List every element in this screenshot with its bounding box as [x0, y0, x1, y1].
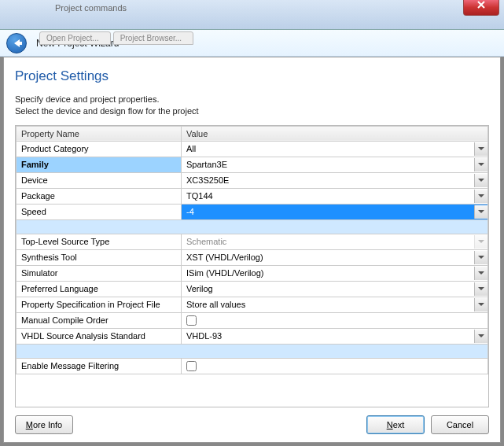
col-value[interactable]: Value — [182, 126, 488, 141]
page-title: Project Settings — [15, 68, 489, 84]
combobox-value: Schematic — [182, 235, 474, 248]
property-value-cell[interactable]: Schematic — [182, 234, 488, 249]
property-name-cell[interactable]: Family — [17, 157, 182, 172]
close-icon — [476, 0, 486, 9]
value-combobox[interactable]: TQ144 — [182, 189, 487, 204]
table-row — [17, 344, 488, 358]
back-button[interactable] — [6, 33, 27, 53]
next-rest: ext — [393, 420, 405, 429]
property-value-cell[interactable] — [182, 312, 488, 328]
property-value-cell[interactable] — [182, 358, 488, 374]
chevron-down-icon[interactable] — [474, 330, 487, 343]
property-value-cell[interactable]: XST (VHDL/Verilog) — [182, 249, 488, 265]
subtitle-line: Select the device and design flow for th… — [15, 106, 199, 116]
page-subtitle: Specify device and project properties. S… — [15, 94, 489, 117]
table-row: Speed-4 — [17, 204, 488, 219]
chevron-down-icon — [474, 235, 487, 249]
more-info-button[interactable]: More Info — [15, 415, 73, 434]
ghost-tab: Open Project... — [39, 31, 111, 45]
property-name-cell[interactable]: Synthesis Tool — [17, 249, 182, 265]
wizard-header: Open Project... Project Browser... New P… — [0, 30, 504, 57]
property-value-cell[interactable]: TQ144 — [182, 188, 488, 204]
value-combobox[interactable]: VHDL-93 — [182, 329, 487, 344]
property-name-cell[interactable]: Speed — [17, 204, 182, 219]
property-value-cell[interactable]: Store all values — [182, 297, 488, 312]
value-combobox[interactable]: Spartan3E — [182, 157, 487, 172]
property-name-cell[interactable]: Product Category — [17, 141, 182, 157]
property-name-cell[interactable]: Simulator — [17, 265, 182, 281]
table-row: FamilySpartan3E — [17, 157, 488, 172]
value-combobox: Schematic — [182, 234, 487, 249]
property-name-cell[interactable]: Device — [17, 172, 182, 188]
ghost-menu: Project commands — [55, 3, 127, 13]
window-close-button[interactable] — [463, 0, 499, 16]
chevron-down-icon[interactable] — [474, 205, 487, 219]
combobox-value: XST (VHDL/Verilog) — [182, 251, 474, 264]
value-combobox[interactable]: XST (VHDL/Verilog) — [182, 250, 487, 265]
cancel-button[interactable]: Cancel — [431, 415, 489, 434]
value-combobox[interactable]: All — [182, 142, 487, 157]
property-value-cell[interactable]: Spartan3E — [182, 157, 488, 172]
property-name-cell[interactable]: VHDL Source Analysis Standard — [17, 328, 182, 344]
combobox-value: Spartan3E — [182, 158, 474, 171]
subtitle-line: Specify device and project properties. — [15, 94, 159, 104]
property-name-cell[interactable]: Top-Level Source Type — [17, 234, 182, 249]
table-row: Enable Message Filtering — [17, 358, 488, 374]
table-row: VHDL Source Analysis StandardVHDL-93 — [17, 328, 488, 344]
combobox-value: Store all values — [182, 298, 474, 311]
table-row: Synthesis ToolXST (VHDL/Verilog) — [17, 249, 488, 265]
properties-table: Property Name Value Product CategoryAllF… — [16, 126, 488, 374]
table-row: Top-Level Source TypeSchematic — [17, 234, 488, 249]
value-checkbox[interactable] — [186, 361, 197, 371]
chevron-down-icon[interactable] — [474, 282, 487, 296]
group-separator — [17, 344, 488, 358]
value-combobox[interactable]: ISim (VHDL/Verilog) — [182, 266, 487, 281]
chevron-down-icon[interactable] — [474, 158, 487, 171]
checkbox-cell — [182, 359, 487, 373]
value-combobox[interactable]: Verilog — [182, 282, 487, 297]
ghost-tab: Project Browser... — [113, 31, 193, 45]
wizard-page: Project Settings Specify device and proj… — [3, 57, 501, 443]
next-button[interactable]: Next — [366, 415, 425, 434]
property-value-cell[interactable]: Verilog — [182, 281, 488, 297]
property-value-cell[interactable]: XC3S250E — [182, 172, 488, 188]
more-info-rest: ore Info — [33, 420, 62, 429]
group-separator — [17, 219, 488, 234]
table-row: Product CategoryAll — [17, 141, 488, 157]
next-mnemonic: N — [387, 420, 393, 429]
combobox-value: All — [182, 142, 474, 155]
combobox-value: Verilog — [182, 282, 474, 295]
table-row: SimulatorISim (VHDL/Verilog) — [17, 265, 488, 281]
more-info-mnemonic: M — [26, 420, 33, 429]
property-value-cell[interactable]: ISim (VHDL/Verilog) — [182, 265, 488, 281]
chevron-down-icon[interactable] — [474, 251, 487, 264]
property-name-cell[interactable]: Enable Message Filtering — [17, 358, 182, 374]
property-name-cell[interactable]: Property Specification in Project File — [17, 297, 182, 312]
chevron-down-icon[interactable] — [474, 190, 487, 203]
chevron-down-icon[interactable] — [474, 298, 487, 311]
table-row: DeviceXC3S250E — [17, 172, 488, 188]
arrow-left-icon — [14, 39, 20, 47]
combobox-value: -4 — [182, 205, 474, 218]
property-value-cell[interactable]: VHDL-93 — [182, 328, 488, 344]
chevron-down-icon[interactable] — [474, 142, 487, 156]
value-combobox[interactable]: Store all values — [182, 297, 487, 312]
chevron-down-icon[interactable] — [474, 267, 487, 280]
combobox-value: VHDL-93 — [182, 330, 474, 342]
value-checkbox[interactable] — [186, 315, 197, 326]
property-name-cell[interactable]: Preferred Language — [17, 281, 182, 297]
chevron-down-icon[interactable] — [474, 174, 487, 187]
table-row — [17, 219, 488, 234]
property-value-cell[interactable]: -4 — [182, 204, 488, 219]
property-name-cell[interactable]: Manual Compile Order — [17, 312, 182, 328]
value-combobox[interactable]: XC3S250E — [182, 173, 487, 188]
wizard-footer: More Info Next Cancel — [15, 407, 489, 434]
property-name-cell[interactable]: Package — [17, 188, 182, 204]
titlebar: Project commands — [0, 0, 504, 30]
combobox-value: TQ144 — [182, 190, 474, 202]
combobox-value: XC3S250E — [182, 174, 474, 186]
property-value-cell[interactable]: All — [182, 141, 488, 157]
value-combobox[interactable]: -4 — [182, 205, 487, 219]
col-property-name[interactable]: Property Name — [17, 126, 182, 141]
table-row: Preferred LanguageVerilog — [17, 281, 488, 297]
